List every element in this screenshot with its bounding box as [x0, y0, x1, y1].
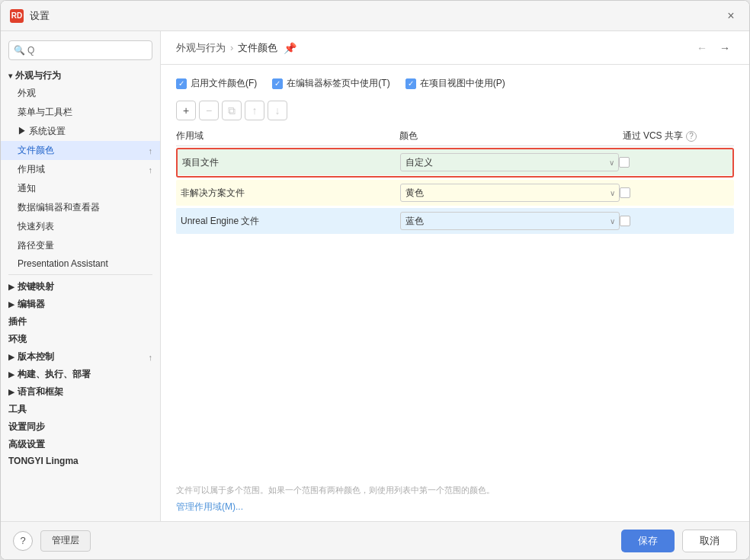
sidebar-item-notifications[interactable]: 通知 — [1, 179, 160, 198]
file-color-table: 作用域 颜色 通过 VCS 共享 ? 项目文件 — [176, 126, 734, 235]
footer-left: ? 管理层 — [13, 530, 91, 552]
cell-scope-project: 项目文件 — [182, 156, 400, 169]
close-button[interactable]: × — [722, 7, 740, 25]
checkbox-use-in-project[interactable]: ✓ 在项目视图中使用(P) — [405, 77, 505, 90]
sidebar-item-system-settings[interactable]: ▶ 系统设置 — [1, 122, 160, 141]
tongyi-label: TONGYI Lingma — [8, 456, 79, 466]
col-header-color: 颜色 — [399, 130, 623, 142]
sidebar-section-sync[interactable]: 设置同步 — [1, 418, 160, 435]
manage-layers-button[interactable]: 管理层 — [40, 530, 91, 552]
sidebar-section-tools[interactable]: 工具 — [1, 400, 160, 418]
table-row-unreal[interactable]: Unreal Engine 文件 蓝色 自定义 黄色 ∨ — [176, 208, 734, 234]
sidebar-section-advanced[interactable]: 高级设置 — [1, 435, 160, 453]
cell-color-unresolved: 黄色 自定义 蓝色 ∨ — [400, 184, 620, 202]
checkbox-editor-label: 在编辑器标签页中使用(T) — [287, 77, 389, 90]
search-input[interactable] — [8, 40, 152, 60]
color-select-wrap-project: 自定义 黄色 蓝色 ∨ — [400, 153, 618, 171]
table-row-project[interactable]: 项目文件 自定义 黄色 蓝色 ∨ — [178, 149, 732, 175]
row-project-wrapper: 项目文件 自定义 黄色 蓝色 ∨ — [176, 148, 734, 178]
main-content: ✓ 启用文件颜色(F) ✓ 在编辑器标签页中使用(T) ✓ — [161, 65, 749, 484]
back-button[interactable]: ← — [693, 39, 711, 57]
sidebar-section-vcs[interactable]: ▶ 版本控制 ↑ — [1, 347, 160, 365]
color-select-unresolved[interactable]: 黄色 自定义 蓝色 — [400, 184, 620, 202]
sidebar-section-editor[interactable]: ▶ 编辑器 — [1, 295, 160, 312]
file-colors-badge: ↑ — [149, 146, 153, 155]
sidebar-section-keymap[interactable]: ▶ 按键映射 — [1, 277, 160, 295]
save-button[interactable]: 保存 — [621, 530, 675, 552]
cancel-button[interactable]: 取消 — [682, 530, 737, 552]
main-panel: 外观与行为 › 文件颜色 📌 ← → ✓ 启用文件颜 — [161, 31, 749, 521]
search-wrap: 🔍 — [1, 36, 160, 66]
remove-button[interactable]: − — [199, 101, 219, 120]
color-select-unreal[interactable]: 蓝色 自定义 黄色 — [400, 212, 620, 230]
checkbox-enable-file-color[interactable]: ✓ 启用文件颜色(F) — [176, 77, 257, 90]
sidebar-item-path-vars[interactable]: 路径变量 — [1, 236, 160, 255]
arrow-icon: ▾ — [8, 72, 12, 80]
sidebar-section-plugins[interactable]: 插件 — [1, 312, 160, 330]
settings-dialog: RD 设置 × 🔍 ▾ 外观与行为 外观 菜单与工具栏 ▶ 系统设置 — [0, 0, 750, 560]
nav-arrows: ← → — [693, 39, 734, 57]
vcs-header-label: 通过 VCS 共享 — [623, 130, 683, 142]
table-header: 作用域 颜色 通过 VCS 共享 ? — [176, 126, 734, 146]
sidebar-section-appearance[interactable]: ▾ 外观与行为 — [1, 66, 160, 84]
color-select-wrap-unreal: 蓝色 自定义 黄色 ∨ — [400, 212, 620, 230]
vcs-checkbox-project[interactable] — [619, 157, 630, 168]
dialog-title: 设置 — [30, 9, 722, 23]
sidebar-item-presentation[interactable]: Presentation Assistant — [1, 255, 160, 272]
checkbox-use-in-editor[interactable]: ✓ 在编辑器标签页中使用(T) — [272, 77, 389, 90]
sidebar-item-appearance[interactable]: 外观 — [1, 84, 160, 103]
titlebar: RD 设置 × — [1, 1, 749, 31]
vcs-checkbox-unresolved[interactable] — [620, 187, 630, 198]
vcs-help-icon[interactable]: ? — [686, 131, 697, 142]
copy-button[interactable]: ⧉ — [222, 101, 242, 120]
checkbox-project-box: ✓ — [405, 78, 416, 89]
sidebar-section-label: 外观与行为 — [15, 69, 61, 82]
checkboxes-row: ✓ 启用文件颜色(F) ✓ 在编辑器标签页中使用(T) ✓ — [176, 77, 734, 90]
pin-icon: 📌 — [284, 42, 296, 54]
arrow-icon-keymap: ▶ — [8, 283, 14, 291]
table-row-unresolved[interactable]: 非解决方案文件 黄色 自定义 蓝色 ∨ — [176, 180, 734, 206]
up-button[interactable]: ↑ — [245, 101, 264, 120]
color-select-project[interactable]: 自定义 黄色 蓝色 — [400, 153, 618, 171]
sidebar-section-env[interactable]: 环境 — [1, 330, 160, 347]
col-header-scope: 作用域 — [176, 130, 399, 142]
breadcrumb-parent: 外观与行为 — [176, 41, 226, 55]
arrow-icon-vcs: ▶ — [8, 353, 14, 361]
plugins-label: 插件 — [8, 315, 27, 328]
cell-scope-unresolved: 非解决方案文件 — [181, 187, 400, 200]
sidebar-item-scope[interactable]: 作用域 ↑ — [1, 160, 160, 179]
add-button[interactable]: + — [176, 101, 196, 120]
footer-note: 文件可以属于多个范围。如果一个范围有两种颜色，则使用列表中第一个范围的颜色。 — [176, 484, 734, 497]
sidebar-section-lang[interactable]: ▶ 语言和框架 — [1, 382, 160, 400]
sidebar-item-file-colors[interactable]: 文件颜色 ↑ — [1, 141, 160, 160]
forward-button[interactable]: → — [716, 39, 734, 57]
sidebar-item-data-editor[interactable]: 数据编辑器和查看器 — [1, 198, 160, 217]
cell-color-project: 自定义 黄色 蓝色 ∨ — [400, 153, 618, 171]
sidebar-section-tongyi[interactable]: TONGYI Lingma — [1, 453, 160, 468]
env-label: 环境 — [8, 333, 27, 346]
main-header: 外观与行为 › 文件颜色 📌 ← → — [161, 31, 749, 65]
lang-label: 语言和框架 — [18, 386, 63, 398]
cell-vcs-unresolved — [620, 187, 729, 198]
vcs-checkbox-unreal[interactable] — [620, 216, 630, 226]
sidebar-section-build[interactable]: ▶ 构建、执行、部署 — [1, 365, 160, 382]
arrow-icon-build: ▶ — [8, 370, 14, 379]
cell-scope-unreal: Unreal Engine 文件 — [181, 215, 400, 228]
down-button[interactable]: ↓ — [268, 101, 287, 120]
app-icon: RD — [10, 9, 24, 23]
advanced-label: 高级设置 — [8, 438, 45, 451]
search-icon: 🔍 — [14, 45, 25, 56]
sidebar-item-quick-list[interactable]: 快速列表 — [1, 217, 160, 236]
cell-color-unreal: 蓝色 自定义 黄色 ∨ — [400, 212, 620, 230]
arrow-icon-editor: ▶ — [8, 300, 14, 309]
help-button[interactable]: ? — [13, 531, 33, 551]
breadcrumb: 外观与行为 › 文件颜色 📌 — [176, 41, 693, 55]
sidebar-divider-1 — [8, 274, 152, 275]
dialog-body: 🔍 ▾ 外观与行为 外观 菜单与工具栏 ▶ 系统设置 文件颜色 ↑ 作用域 ↑ — [1, 31, 749, 521]
cell-vcs-unreal — [620, 216, 729, 226]
sidebar-item-menu-toolbar[interactable]: 菜单与工具栏 — [1, 103, 160, 122]
manage-scopes-link[interactable]: 管理作用域(M)... — [176, 501, 243, 512]
toolbar-row: + − ⧉ ↑ ↓ — [176, 101, 734, 120]
copy-icon: ⧉ — [228, 104, 236, 117]
search-container: 🔍 — [8, 40, 152, 60]
